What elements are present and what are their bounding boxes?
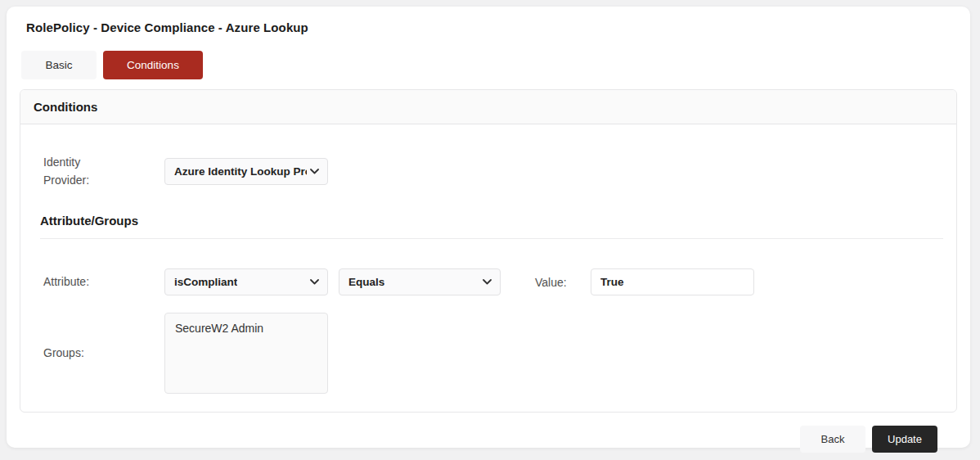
attribute-groups-heading: Attribute/Groups xyxy=(40,214,943,228)
value-input[interactable] xyxy=(591,268,754,295)
update-button[interactable]: Update xyxy=(872,426,937,453)
footer-actions: Back Update xyxy=(20,426,957,453)
chevron-down-icon xyxy=(310,279,319,285)
conditions-panel: Conditions Identity Provider: Azure Iden… xyxy=(20,89,957,413)
group-list-item[interactable]: SecureW2 Admin xyxy=(175,321,317,336)
value-label: Value: xyxy=(535,276,591,289)
attribute-select-value: isCompliant xyxy=(174,276,237,288)
panel-body: Identity Provider: Azure Identity Lookup… xyxy=(20,124,956,412)
identity-provider-select-value: Azure Identity Lookup Provi xyxy=(174,165,307,178)
chevron-down-icon xyxy=(483,279,492,285)
tab-bar: Basic Conditions xyxy=(20,51,957,79)
chevron-down-icon xyxy=(310,169,319,174)
identity-provider-row: Identity Provider: Azure Identity Lookup… xyxy=(43,154,943,189)
tab-basic[interactable]: Basic xyxy=(21,51,97,79)
operator-select-value: Equals xyxy=(348,276,384,288)
main-card: RolePolicy - Device Compliance - Azure L… xyxy=(7,7,970,448)
groups-row: Groups: SecureW2 Admin xyxy=(43,313,943,394)
identity-provider-select[interactable]: Azure Identity Lookup Provi xyxy=(164,158,328,185)
section-divider xyxy=(40,238,943,239)
groups-listbox[interactable]: SecureW2 Admin xyxy=(164,313,328,394)
operator-select[interactable]: Equals xyxy=(339,268,501,295)
identity-provider-label: Identity Provider: xyxy=(43,154,164,189)
panel-header-title: Conditions xyxy=(20,90,956,124)
attribute-row: Attribute: isCompliant Equals Value: xyxy=(43,268,943,295)
page-title: RolePolicy - Device Compliance - Azure L… xyxy=(20,20,957,34)
attribute-select[interactable]: isCompliant xyxy=(164,268,328,295)
tab-conditions[interactable]: Conditions xyxy=(103,51,203,79)
attribute-label: Attribute: xyxy=(43,273,164,291)
groups-label: Groups: xyxy=(43,345,164,363)
back-button[interactable]: Back xyxy=(800,426,865,453)
